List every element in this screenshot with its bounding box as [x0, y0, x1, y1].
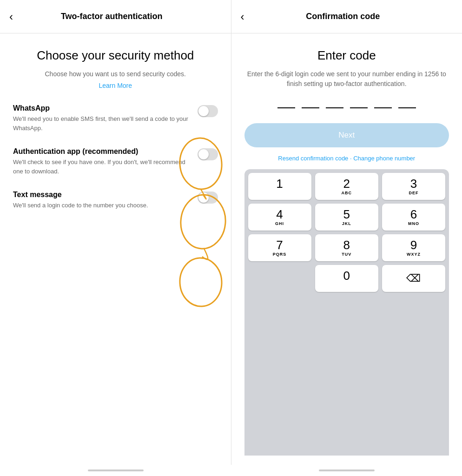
right-back-button[interactable]: ‹	[241, 11, 244, 22]
whatsapp-option-title: WhatsApp	[13, 104, 190, 112]
whatsapp-option-desc: We'll need you to enable SMS first, then…	[13, 114, 190, 132]
security-method-heading: Choose your security method	[13, 48, 218, 63]
code-dash-3	[326, 107, 343, 108]
textmsg-option-text: Text message We'll send a login code to …	[13, 191, 218, 210]
key-7[interactable]: 7 PQRS	[248, 234, 311, 261]
resend-row[interactable]: Resend confirmation code · Change phone …	[244, 155, 449, 162]
key-4[interactable]: 4 GHI	[248, 204, 311, 231]
whatsapp-toggle-wrap	[198, 105, 218, 117]
key-5[interactable]: 5 JKL	[315, 204, 378, 231]
code-dash-2	[302, 107, 319, 108]
key-0[interactable]: 0	[315, 265, 378, 292]
code-dash-1	[277, 107, 295, 108]
delete-icon: ⌫	[406, 272, 421, 284]
left-back-button[interactable]: ‹	[9, 11, 13, 22]
key-empty	[248, 265, 311, 292]
authapp-option-text: Authentication app (recommended) We'll c…	[13, 147, 218, 176]
left-panel-header: ‹ Two-factor authentication	[0, 0, 231, 33]
right-panel: Enter code Enter the 6-digit login code …	[231, 33, 462, 465]
left-panel: Choose your security method Choose how y…	[0, 33, 231, 465]
content-row: Choose your security method Choose how y…	[0, 33, 462, 465]
textmsg-option-title: Text message	[13, 191, 190, 199]
textmsg-option-desc: We'll send a login code to the number yo…	[13, 201, 190, 210]
key-9[interactable]: 9 WXYZ	[382, 234, 445, 261]
code-dash-5	[374, 107, 392, 108]
svg-point-2	[178, 257, 223, 308]
left-home-bar	[88, 469, 144, 471]
header-row: ‹ Two-factor authentication ‹ Confirmati…	[0, 0, 462, 33]
code-dash-6	[398, 107, 416, 108]
key-8[interactable]: 8 TUV	[315, 234, 378, 261]
right-home-indicator	[231, 465, 462, 476]
learn-more-link[interactable]: Learn More	[13, 82, 218, 89]
authapp-option-desc: We'll check to see if you have one. If y…	[13, 158, 190, 176]
keypad: 1 2 ABC 3 DEF 4 GHI 5 JKL	[244, 169, 449, 456]
textmsg-toggle-wrap	[198, 192, 218, 204]
right-panel-header: ‹ Confirmation code	[231, 0, 462, 33]
left-home-indicator	[0, 465, 231, 476]
authapp-option-title: Authentication app (recommended)	[13, 147, 190, 156]
left-panel-title: Two-factor authentication	[20, 12, 203, 21]
right-home-bar	[319, 469, 375, 471]
key-1[interactable]: 1	[248, 173, 311, 200]
authapp-toggle-wrap	[198, 148, 218, 160]
enter-code-title: Enter code	[244, 48, 449, 63]
whatsapp-option-row: WhatsApp We'll need you to enable SMS fi…	[13, 104, 218, 132]
authapp-option-row: Authentication app (recommended) We'll c…	[13, 147, 218, 176]
keypad-grid: 1 2 ABC 3 DEF 4 GHI 5 JKL	[248, 173, 446, 292]
next-button[interactable]: Next	[244, 123, 449, 147]
textmsg-option-row: Text message We'll send a login code to …	[13, 191, 218, 210]
security-method-subtext: Choose how you want us to send security …	[13, 69, 218, 79]
home-indicator-row	[0, 465, 462, 476]
key-2[interactable]: 2 ABC	[315, 173, 378, 200]
whatsapp-toggle[interactable]	[198, 105, 218, 117]
textmsg-toggle[interactable]	[198, 192, 218, 204]
key-delete[interactable]: ⌫	[382, 265, 445, 292]
whatsapp-option-text: WhatsApp We'll need you to enable SMS fi…	[13, 104, 218, 132]
key-6[interactable]: 6 MNO	[382, 204, 445, 231]
code-dash-4	[350, 107, 368, 108]
authapp-toggle[interactable]	[198, 148, 218, 160]
key-3[interactable]: 3 DEF	[382, 173, 445, 200]
enter-code-description: Enter the 6-digit login code we sent to …	[244, 69, 449, 89]
code-dashes	[244, 103, 449, 108]
right-panel-title: Confirmation code	[252, 12, 435, 21]
